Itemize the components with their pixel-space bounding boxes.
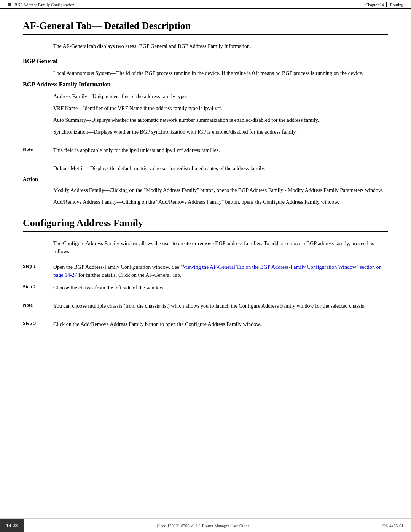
bgp-general-heading: BGP General	[23, 58, 388, 65]
note-label-2: Note	[23, 302, 53, 308]
top-header: BGP Address Family Configuration Chapter…	[0, 0, 411, 9]
step-2-text: Choose the chassis from the left side of…	[53, 284, 388, 292]
action-item-2: Add/Remove Address Family—Clicking on th…	[53, 198, 388, 206]
step-list: Step 1 Open the BGP Address-Family Confi…	[23, 263, 388, 292]
page-footer: 14-28 Cisco 12000/10700 v3.1.1 Router Ma…	[0, 518, 411, 532]
step-2-label: Step 2	[23, 284, 53, 290]
note-label-1: Note	[23, 146, 53, 152]
header-square-icon	[8, 3, 11, 6]
af-general-intro: The AF-General tab displays two areas: B…	[53, 42, 388, 50]
bgp-general-section: BGP General Local Autonomous System—The …	[23, 58, 388, 77]
note-text-2: You can choose multiple chassis (from th…	[53, 302, 388, 310]
section-title-af-general: AF-General Tab— Detailed Description	[23, 20, 388, 35]
page-number: 14-28	[0, 519, 24, 532]
chapter-label: Chapter 14	[365, 2, 384, 7]
step-1-text: Open the BGP Address-Family Configuratio…	[53, 263, 388, 279]
step-3-text: Click on the Add/Remove Address Family b…	[53, 320, 388, 328]
section-configuring: Configuring Address Family The Configure…	[23, 217, 388, 328]
configuring-intro: The Configure Address Family window allo…	[53, 240, 388, 256]
step-1-label: Step 1	[23, 263, 53, 269]
main-content: AF-General Tab— Detailed Description The…	[0, 9, 411, 363]
step-1: Step 1 Open the BGP Address-Family Confi…	[23, 263, 388, 279]
section-af-general: AF-General Tab— Detailed Description The…	[23, 20, 388, 206]
address-family-item-1: Address Family—Unique identifier of the …	[53, 93, 388, 101]
breadcrumb-area: BGP Address Family Configuration	[8, 2, 75, 7]
address-family-item-4: Synchronization—Displays whether the BGP…	[53, 128, 388, 136]
action-heading: Action	[23, 176, 388, 182]
step-3-label: Step 3	[23, 320, 53, 326]
step-list-2: Step 3 Click on the Add/Remove Address F…	[23, 320, 388, 328]
bgp-address-family-heading: BGP Address Family Information	[23, 81, 388, 88]
chapter-info: Chapter 14 Routing	[365, 2, 403, 7]
chapter-topic: Routing	[386, 2, 403, 7]
configuring-title: Configuring Address Family	[23, 217, 388, 232]
step-1-link[interactable]: "Viewing the AF-General Tab on the BGP A…	[53, 264, 381, 278]
bgp-address-family-section: BGP Address Family Information Address F…	[23, 81, 388, 173]
step-2: Step 2 Choose the chassis from the left …	[23, 284, 388, 292]
step-3: Step 3 Click on the Add/Remove Address F…	[23, 320, 388, 328]
footer-center-text: Cisco 12000/10700 v3.1.1 Router Manager …	[24, 523, 382, 528]
footer-right-text: OL-4455-01	[382, 523, 411, 528]
note-box-2: Note You can choose multiple chassis (fr…	[23, 298, 388, 314]
action-section: Action Modify Address Family—Clicking on…	[23, 176, 388, 206]
address-family-item-2: VRF Name—Identifier of the VRF Name if t…	[53, 104, 388, 112]
note-text-1: This field is applicable only for the ip…	[53, 146, 388, 154]
note-box-1: Note This field is applicable only for t…	[23, 142, 388, 158]
address-family-item-3: Auto Summary—Displays whether the automa…	[53, 116, 388, 124]
default-metric-text: Default Metric—Displays the default metr…	[53, 165, 388, 173]
bgp-general-body: Local Autonomous System—The id of the BG…	[53, 69, 388, 77]
breadcrumb-text: BGP Address Family Configuration	[14, 2, 75, 7]
action-item-1: Modify Address Family—Clicking on the "M…	[53, 186, 388, 194]
